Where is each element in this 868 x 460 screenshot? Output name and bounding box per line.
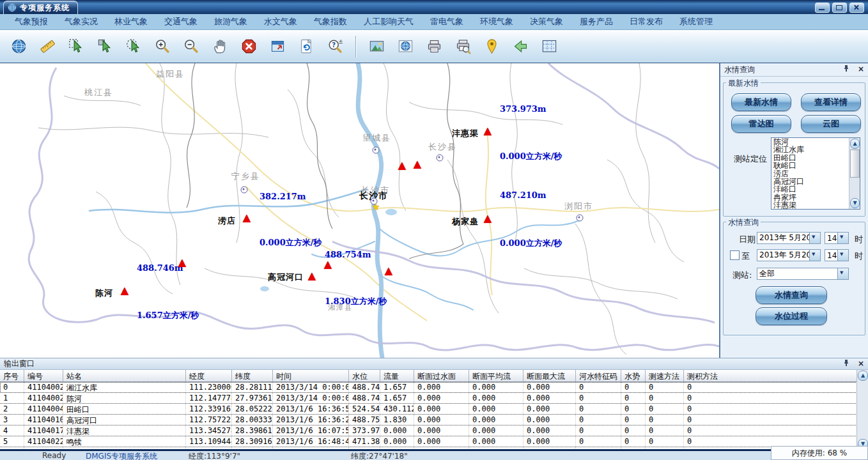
scroll-up-icon[interactable]: ▲ [850, 139, 860, 149]
cloud-image-button[interactable]: 云图 [801, 115, 861, 133]
table-row[interactable]: 541104022鸣犊113.10944428.3091672013/1/6 1… [0, 436, 857, 447]
latest-water-button[interactable]: 最新水情 [731, 93, 791, 111]
listbox-scrollbar[interactable]: ▲ ▼ [849, 138, 860, 209]
radar-chart-button[interactable]: 雷达图 [731, 115, 791, 133]
column-header[interactable]: 站名 [63, 370, 186, 381]
station-marker-icon[interactable]: ▲ [484, 126, 492, 136]
list-item[interactable]: 耿峪口 [772, 162, 849, 169]
view-detail-button[interactable]: 查看详情 [801, 93, 861, 111]
scroll-thumb[interactable] [850, 150, 860, 178]
print-button[interactable] [423, 36, 445, 57]
back-button[interactable] [509, 36, 531, 57]
menu-item[interactable]: 环境气象 [472, 14, 522, 29]
place-marker-button[interactable] [481, 36, 502, 57]
map-grid-button[interactable] [538, 36, 560, 57]
column-header[interactable]: 断面最大流 [523, 370, 576, 381]
menu-item[interactable]: 旅游气象 [206, 14, 256, 29]
window-extent-button[interactable] [267, 36, 288, 57]
table-row[interactable]: 441104017沣惠渠113.34527828.3986112013/1/6 … [0, 425, 857, 436]
menu-item[interactable]: 水文气象 [256, 14, 306, 29]
column-header[interactable]: 时间 [273, 370, 349, 381]
chevron-down-icon[interactable] [837, 250, 848, 261]
table-row[interactable]: 041104002湘江水库111.23000028.2811112013/3/1… [0, 382, 857, 393]
column-header[interactable]: 流量 [380, 370, 414, 381]
select-button[interactable] [94, 36, 116, 57]
refresh-button[interactable] [295, 36, 317, 57]
station-marker-icon[interactable]: ▲ [414, 159, 421, 169]
column-header[interactable]: 断面过水面 [414, 370, 469, 381]
menu-item[interactable]: 气象预报 [6, 14, 56, 29]
app-tab[interactable]: 专项服务系统 [3, 1, 78, 14]
chevron-down-icon[interactable] [809, 250, 820, 261]
column-header[interactable]: 测积方法 [684, 370, 857, 381]
table-scrollbar[interactable]: ▲ ▼ [856, 370, 868, 450]
column-header[interactable]: 河水特征码 [576, 370, 621, 381]
zoom-out-button[interactable] [180, 36, 202, 57]
menu-item[interactable]: 气象指数 [306, 14, 355, 29]
chevron-down-icon[interactable] [837, 268, 848, 279]
output-close-icon[interactable]: × [856, 359, 865, 368]
station-marker-icon[interactable]: ▲ [178, 257, 186, 268]
column-header[interactable]: 纬度 [232, 370, 273, 381]
to-checkbox[interactable] [730, 250, 740, 260]
column-header[interactable]: 水位 [349, 370, 380, 381]
image-button[interactable] [366, 36, 387, 57]
column-header[interactable]: 测速方法 [646, 370, 684, 381]
station-listbox[interactable]: 陈河湘江水库田峪口耿峪口涝店高冠河口沣峪口冉家坪沣惠渠 ▲ ▼ [771, 137, 860, 210]
globe-button[interactable] [8, 36, 29, 57]
zoom-in-button[interactable] [151, 36, 173, 57]
pin-icon[interactable] [842, 65, 851, 73]
station-marker-icon[interactable]: ▲ [398, 160, 406, 171]
close-button[interactable] [849, 3, 864, 13]
menu-item[interactable]: 雷电气象 [422, 14, 472, 29]
column-header[interactable]: 水势 [621, 370, 646, 381]
list-item[interactable]: 湘江水库 [772, 146, 849, 153]
chevron-down-icon[interactable] [837, 233, 848, 243]
measure-button[interactable] [36, 36, 58, 57]
station-marker-icon[interactable]: ▲ [385, 266, 392, 276]
scroll-down-icon[interactable]: ▼ [850, 198, 860, 208]
table-row[interactable]: 141104002陈河112.14777827.9736112013/3/14 … [0, 393, 857, 404]
date-from-combo[interactable]: 2013年 5月20日 [757, 232, 821, 244]
pin-icon[interactable] [842, 359, 851, 368]
restore-button[interactable] [832, 3, 847, 13]
list-item[interactable]: 沣峪口 [772, 185, 849, 193]
menu-item[interactable]: 人工影响天气 [355, 14, 422, 29]
list-item[interactable]: 沣惠渠 [772, 201, 849, 209]
scroll-up-icon[interactable]: ▲ [858, 371, 868, 381]
column-header[interactable]: 断面平均流 [469, 370, 523, 381]
menu-item[interactable]: 决策气象 [522, 14, 571, 29]
column-header[interactable]: 序号 [0, 370, 24, 381]
column-header[interactable]: 经度 [186, 370, 232, 381]
table-row[interactable]: 241104004田峪口112.33916728.0522222013/1/6 … [0, 404, 857, 415]
hour-to-combo[interactable]: 14 [825, 249, 849, 261]
select-box-button[interactable] [65, 36, 87, 57]
pan-button[interactable] [209, 36, 231, 57]
menu-item[interactable]: 服务产品 [571, 14, 621, 29]
column-header[interactable]: 编号 [24, 370, 63, 381]
select-circle-button[interactable] [123, 36, 144, 57]
identify-button[interactable]: ?± [324, 36, 346, 57]
table-row[interactable]: 341104010高冠河口112.75722228.0033332013/1/6… [0, 415, 857, 425]
water-query-button[interactable]: 水情查询 [756, 286, 827, 304]
map-canvas[interactable]: 益阳县桃江县宁乡县望城县长沙县长沙市浏阳市湘潭县沣惠渠杨家蛊长沙市涝店陈河高冠河… [0, 63, 719, 358]
station-marker-icon[interactable]: ▲ [308, 271, 316, 281]
station-combo[interactable]: 全部 [757, 268, 849, 280]
globe-frame-button[interactable] [394, 36, 416, 57]
panel-close-icon[interactable]: × [856, 65, 865, 73]
chevron-down-icon[interactable] [809, 233, 820, 243]
menu-item[interactable]: 日常发布 [621, 14, 671, 29]
station-marker-icon[interactable]: ▲ [243, 213, 251, 223]
date-to-combo[interactable]: 2013年 5月20日 [757, 249, 821, 261]
print-preview-button[interactable] [452, 36, 474, 57]
station-marker-icon[interactable]: ▲ [324, 259, 332, 270]
stop-button[interactable] [238, 36, 260, 57]
menu-item[interactable]: 林业气象 [106, 14, 156, 29]
menu-item[interactable]: 气象实况 [56, 14, 106, 29]
station-marker-icon[interactable]: ▲ [484, 213, 492, 224]
water-level-process-button[interactable]: 水位过程 [756, 307, 827, 325]
menu-item[interactable]: 交通气象 [156, 14, 206, 29]
minimize-button[interactable] [815, 3, 830, 13]
hour-from-combo[interactable]: 14 [825, 232, 849, 244]
menu-item[interactable]: 系统管理 [671, 14, 721, 29]
